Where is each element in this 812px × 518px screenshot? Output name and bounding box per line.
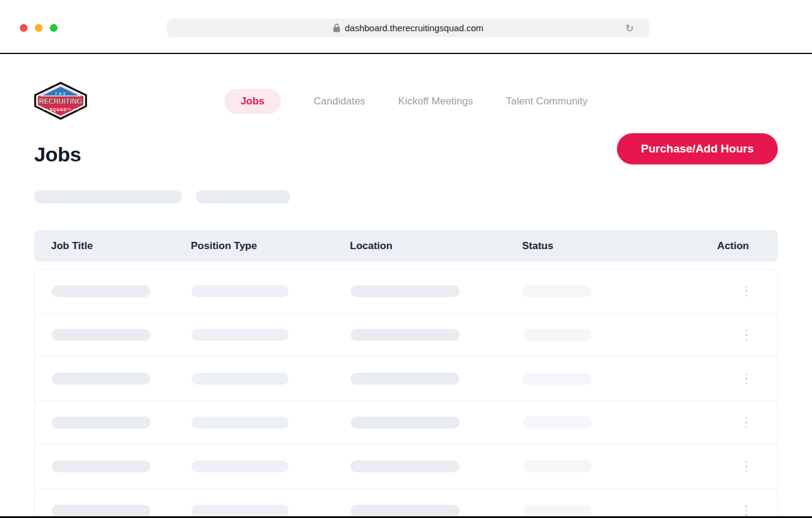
row-actions-kebab-menu-icon[interactable]: [744, 412, 749, 433]
url-text: dashboard.therecruitingsquad.com: [345, 23, 484, 33]
filter-skeleton-placeholder: [34, 190, 182, 203]
close-window-button[interactable]: [20, 24, 28, 32]
nav-tab-jobs[interactable]: Jobs: [224, 89, 281, 114]
cell-skeleton-placeholder: [350, 505, 460, 517]
column-header-action: Action: [717, 240, 749, 252]
logo-text-squad: SQUAD™: [50, 107, 72, 112]
table-row: [35, 270, 777, 313]
traffic-lights: [20, 24, 58, 32]
logo-text-the: T H E: [55, 92, 66, 95]
cell-skeleton-placeholder: [191, 285, 289, 297]
cell-skeleton-placeholder: [191, 373, 289, 385]
cell-skeleton-placeholder: [350, 329, 460, 341]
cell-skeleton-placeholder: [523, 417, 592, 429]
filters-loading-row: [34, 190, 778, 203]
title-row: Jobs Purchase/Add Hours: [34, 133, 778, 166]
cell-skeleton-placeholder: [191, 417, 289, 429]
column-header-location: Location: [350, 240, 522, 252]
table-row: [35, 313, 777, 357]
nav-tab-candidates[interactable]: Candidates: [314, 89, 365, 113]
browser-chrome: dashboard.therecruitingsquad.com ↻: [0, 0, 812, 54]
zoom-window-button[interactable]: [50, 24, 58, 32]
filter-skeleton-placeholder: [196, 190, 290, 203]
cell-skeleton-placeholder: [523, 285, 592, 297]
cell-skeleton-placeholder: [52, 285, 151, 297]
cell-skeleton-placeholder: [350, 460, 460, 472]
row-actions-kebab-menu-icon[interactable]: [744, 369, 749, 390]
nav-tab-kickoff-meetings[interactable]: Kickoff Meetings: [398, 89, 473, 113]
page-title: Jobs: [34, 143, 81, 166]
logo-text-recruiting: RECRUITING: [39, 97, 82, 106]
row-actions-kebab-menu-icon[interactable]: [744, 325, 749, 346]
cell-skeleton-placeholder: [523, 329, 592, 341]
cell-skeleton-placeholder: [523, 373, 592, 385]
cell-skeleton-placeholder: [52, 417, 151, 429]
table-row: [35, 445, 777, 489]
cell-skeleton-placeholder: [52, 460, 151, 472]
column-header-position-type: Position Type: [191, 240, 350, 252]
main-nav: Jobs Candidates Kickoff Meetings Talent …: [224, 89, 588, 114]
cell-skeleton-placeholder: [350, 417, 460, 429]
address-bar[interactable]: dashboard.therecruitingsquad.com ↻: [167, 19, 649, 37]
table-header: Job Title Position Type Location Status …: [34, 230, 778, 262]
purchase-add-hours-button[interactable]: Purchase/Add Hours: [617, 133, 778, 164]
page-content: T H E RECRUITING SQUAD™ Jobs Candidates …: [0, 83, 812, 518]
cell-skeleton-placeholder: [52, 373, 151, 385]
top-nav-row: T H E RECRUITING SQUAD™ Jobs Candidates …: [34, 83, 778, 120]
lock-icon: [333, 23, 340, 32]
row-actions-kebab-menu-icon[interactable]: [744, 500, 749, 518]
column-header-status: Status: [522, 240, 701, 252]
cell-skeleton-placeholder: [191, 505, 289, 517]
column-header-job-title: Job Title: [51, 240, 191, 252]
cell-skeleton-placeholder: [52, 329, 151, 341]
table-row: [35, 401, 777, 445]
cell-skeleton-placeholder: [350, 373, 460, 385]
table-row: [35, 489, 777, 518]
minimize-window-button[interactable]: [35, 24, 43, 32]
recruiting-squad-logo[interactable]: T H E RECRUITING SQUAD™: [34, 82, 87, 120]
row-actions-kebab-menu-icon[interactable]: [744, 281, 749, 302]
cell-skeleton-placeholder: [191, 329, 289, 341]
table-body: [34, 269, 778, 518]
cell-skeleton-placeholder: [523, 460, 592, 472]
reload-button[interactable]: ↻: [625, 22, 634, 34]
cell-skeleton-placeholder: [350, 285, 460, 297]
cell-skeleton-placeholder: [523, 505, 592, 517]
cell-skeleton-placeholder: [52, 505, 151, 517]
cell-skeleton-placeholder: [191, 460, 289, 472]
row-actions-kebab-menu-icon[interactable]: [744, 456, 749, 477]
nav-tab-talent-community[interactable]: Talent Community: [506, 89, 588, 113]
table-row: [35, 357, 777, 401]
